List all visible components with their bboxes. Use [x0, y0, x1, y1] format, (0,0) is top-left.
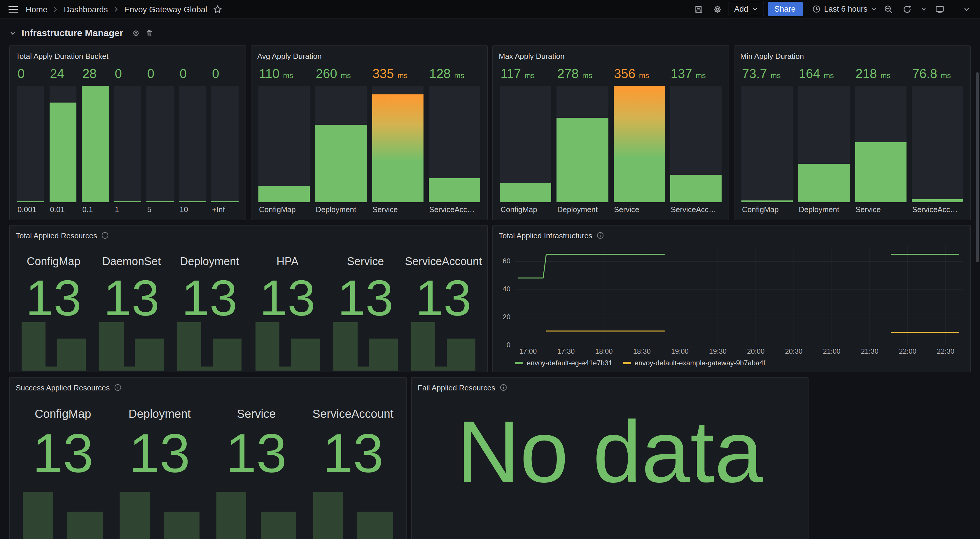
time-series-chart: 0204060 17:0017:3018:0018:3019:0019:3020…	[493, 241, 970, 372]
trash-icon	[146, 29, 154, 37]
legend-color-mark	[515, 362, 523, 364]
info-icon[interactable]	[114, 384, 122, 392]
bar-fill	[17, 201, 44, 202]
bar-value: 110 ms	[258, 67, 310, 83]
sparkline-segment	[261, 512, 296, 539]
menu-toggle-button[interactable]	[6, 2, 21, 17]
collapse-nav-button[interactable]	[959, 2, 974, 17]
panel-success-applied-resources: Success Applied Resources ConfigMap13Dep…	[10, 377, 407, 539]
panel-title[interactable]: Success Applied Resources	[16, 383, 110, 392]
bar-track	[557, 86, 608, 202]
legend-item[interactable]: envoy-default-eg-e41e7b31	[515, 359, 612, 367]
vertical-scrollbar[interactable]	[976, 72, 979, 262]
stat-chart: ConfigMap13Deployment13Service13ServiceA…	[10, 393, 406, 539]
bar-track	[212, 86, 239, 202]
save-icon	[694, 4, 703, 14]
dashboard-settings-button[interactable]	[710, 2, 725, 17]
refresh-button[interactable]	[899, 2, 915, 17]
bar-fill	[500, 183, 552, 202]
save-dashboard-button[interactable]	[691, 2, 706, 17]
stat-cell: Service13	[208, 393, 305, 539]
panel-title[interactable]: Fail Applied Resources	[418, 383, 495, 392]
bar-track	[17, 86, 44, 202]
bar-value: 0	[212, 67, 239, 83]
sparkline-segment	[279, 367, 291, 371]
panel-avg-apply-duration: Avg Apply Duration 110 msConfigMap260 ms…	[251, 46, 488, 220]
bar-column: 128 msServiceAcc…	[429, 67, 480, 215]
panel-title[interactable]: Max Apply Duration	[499, 52, 565, 60]
x-tick-label: 18:30	[633, 347, 651, 355]
info-icon[interactable]	[500, 384, 508, 392]
bar-value: 28	[82, 67, 109, 83]
hamburger-icon	[8, 4, 19, 14]
bar-column: 164 msDeployment	[798, 67, 850, 215]
kiosk-mode-button[interactable]	[932, 2, 947, 17]
row-title[interactable]: Infrastructure Manager	[22, 28, 123, 38]
refresh-icon	[902, 4, 912, 14]
panel-fail-applied-resources: Fail Applied Resources No data	[411, 377, 808, 539]
bar-category-label: 0.01	[49, 202, 76, 215]
panel-title[interactable]: Min Apply Duration	[740, 52, 804, 60]
bar-column: 110 msConfigMap	[258, 67, 310, 215]
add-button-label: Add	[734, 5, 748, 13]
bar-gauge-chart: 117 msConfigMap278 msDeployment356 msSer…	[493, 62, 729, 220]
breadcrumb: Home Dashboards Envoy Gateway Global	[25, 2, 224, 17]
add-button[interactable]: Add	[728, 2, 764, 16]
x-tick-label: 18:00	[595, 347, 613, 355]
stat-label: ConfigMap	[27, 255, 81, 268]
share-button[interactable]: Share	[767, 2, 802, 16]
bar-fill	[741, 201, 793, 202]
panel-title[interactable]: Avg Apply Duration	[257, 52, 322, 60]
panel-title[interactable]: Total Applied Infrastructures	[499, 231, 592, 240]
sparkline-segment	[99, 322, 124, 371]
bar-value: 218 ms	[855, 67, 907, 83]
bar-column: 05	[147, 67, 174, 215]
stat-value: 13	[25, 273, 81, 324]
zoom-out-time-button[interactable]	[881, 2, 896, 17]
panel-title[interactable]: Total Applied Resources	[16, 231, 97, 240]
sparkline-segment	[436, 367, 447, 371]
legend-item[interactable]: envoy-default-example-gateway-9b7aba4f	[623, 359, 765, 367]
bar-category-label: ConfigMap	[500, 202, 552, 215]
bar-category-label: 10	[179, 202, 206, 215]
bar-column: 76.8 msServiceAcc…	[912, 67, 963, 215]
bar-value: 128 ms	[429, 67, 480, 83]
panel-title[interactable]: Total Apply Duration Bucket	[16, 52, 108, 60]
row-settings-button[interactable]	[132, 29, 140, 37]
bar-fill	[372, 94, 423, 202]
sparkline-segment	[411, 322, 436, 371]
stat-cell: Service13	[326, 241, 404, 372]
sparkline-segment	[357, 512, 393, 539]
panel-total-applied-infrastructures: Total Applied Infrastructures 0204060 17…	[492, 225, 970, 373]
panel-row-applied: Total Applied Resources ConfigMap13Daemo…	[10, 225, 970, 373]
bar-column: 335 msService	[372, 67, 423, 215]
sparkline-segment	[255, 322, 279, 371]
sparkline-segment	[23, 492, 53, 539]
sparkline-segment	[213, 339, 242, 371]
bar-track	[670, 86, 722, 202]
favorite-star-button[interactable]	[212, 2, 224, 17]
time-range-picker[interactable]: Last 6 hours	[812, 2, 877, 16]
bar-value: 260 ms	[315, 67, 367, 83]
stat-label: Deployment	[129, 407, 191, 421]
bar-category-label: 1	[114, 202, 141, 215]
panel-row-durations: Total Apply Duration Bucket 00.001240.01…	[10, 46, 970, 220]
stat-sparkline	[312, 484, 395, 539]
breadcrumb-dashboards[interactable]: Dashboards	[64, 4, 108, 14]
refresh-interval-dropdown[interactable]	[918, 2, 929, 17]
bar-column: 240.01	[49, 67, 76, 215]
x-tick-label: 19:30	[709, 347, 727, 355]
legend-label: envoy-default-example-gateway-9b7aba4f	[635, 359, 765, 367]
bar-category-label: +Inf	[212, 202, 239, 215]
bar-fill	[670, 175, 722, 202]
info-icon[interactable]	[101, 231, 110, 239]
stat-label: ServiceAccount	[405, 255, 482, 268]
info-icon[interactable]	[597, 231, 605, 239]
bar-category-label: 0.1	[82, 202, 109, 215]
bar-gauge-chart: 110 msConfigMap260 msDeployment335 msSer…	[251, 62, 487, 220]
bar-track	[82, 86, 109, 202]
breadcrumb-home[interactable]: Home	[25, 4, 48, 14]
row-collapse-button[interactable]	[10, 30, 16, 37]
row-delete-button[interactable]	[146, 29, 154, 37]
bar-track	[613, 86, 665, 202]
